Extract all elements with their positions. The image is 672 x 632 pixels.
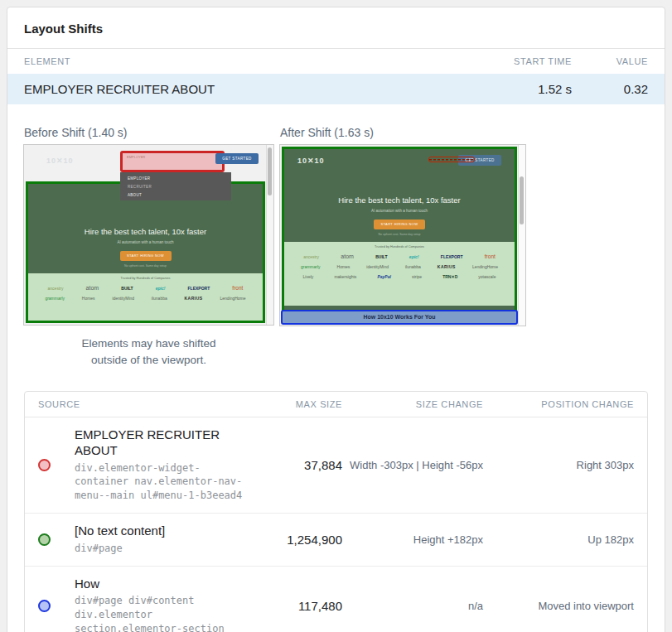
marker-blue-circle-icon	[38, 600, 51, 612]
hero-subtitle: AI automation with a human touch	[284, 209, 515, 213]
brand-logo: KARIUS	[438, 264, 456, 269]
site-logo: 10✕10	[297, 157, 325, 165]
scrollbar-thumb	[520, 176, 524, 224]
source-row: How div#page div#content div.elementor s…	[25, 566, 647, 632]
max-size-value: 37,884	[244, 458, 342, 472]
source-selector: div#page	[75, 542, 244, 556]
source-selector: div#page div#content div.elementor secti…	[75, 594, 244, 632]
shift-row-selected[interactable]: EMPLOYER RECRUITER ABOUT 1.52 s 0.32	[7, 74, 665, 104]
brand-logo: atom	[341, 253, 354, 259]
brand-logo: grammarly	[45, 296, 65, 301]
logo-row: ancestry atom BUILT epic! FLEXPORT front	[28, 285, 263, 291]
brand-logo: identityMind	[366, 264, 389, 269]
column-header-size-change: SIZE CHANGE	[342, 399, 483, 409]
hero-cta-button: START HIRING NOW	[120, 251, 172, 261]
menu-item: RECRUITER	[120, 182, 231, 191]
source-selector: div.elementor-widget-container nav.eleme…	[75, 461, 244, 503]
shift-highlight-green-region: Hire the best tech talent, 10x faster AI…	[26, 181, 265, 323]
column-header-source: SOURCE	[38, 399, 244, 409]
brand-logo: yotascale	[478, 274, 496, 279]
marker-green-circle-icon	[38, 533, 51, 546]
shift-element-name: EMPLOYER RECRUITER ABOUT	[24, 82, 489, 96]
logo-row: ancestry atom BUILT epic! FLEXPORT front	[284, 253, 515, 259]
brand-logo: front	[485, 253, 496, 259]
brand-logo: FLEXPORT	[188, 286, 210, 291]
menu-item: EMPLOYER	[120, 174, 231, 182]
shift-start-time: 1.52 s	[489, 82, 572, 96]
site-nav-dropdown: EMPLOYER RECRUITER ABOUT	[120, 172, 231, 200]
brand-logo: PayPal	[377, 274, 390, 279]
hero-title: Hire the best tech talent, 10x faster	[284, 195, 515, 205]
size-change-value: Height +182px	[342, 533, 483, 546]
shifted-menu-text: EMPLOYER	[127, 155, 145, 159]
brand-logo: ilunabba	[405, 264, 421, 269]
source-element-text: How	[75, 577, 244, 592]
column-header-start-time: START TIME	[489, 56, 572, 66]
shift-highlight-green-region: 10✕10 GET STARTED Hire the best tech tal…	[282, 147, 517, 324]
marker-red-circle-icon	[38, 459, 51, 471]
before-after-comparison: Before Shift (1.40 s) 10✕10 EMPLOYER GET…	[7, 104, 665, 368]
logo-row: Lively makersights PayPal stripe TRN✕D y…	[284, 274, 515, 279]
brand-logo: front	[232, 285, 243, 291]
scrollbar-thumb	[268, 147, 272, 195]
trusted-line: Trusted by Hundreds of Companies	[28, 277, 263, 280]
brand-logo: FLEXPORT	[441, 254, 463, 259]
brand-logo: epic!	[409, 254, 419, 259]
shift-table-header: ELEMENT START TIME VALUE	[7, 49, 665, 74]
brand-logo: epic!	[156, 286, 166, 291]
size-change-value: n/a	[342, 600, 483, 612]
get-started-button: GET STARTED	[215, 153, 259, 164]
source-cell: EMPLOYER RECRUITER ABOUT div.elementor-w…	[75, 427, 244, 503]
source-element-text: EMPLOYER RECRUITER ABOUT	[75, 427, 244, 459]
brand-logo: atom	[86, 285, 99, 291]
brand-logo: ancestry	[303, 254, 319, 259]
brand-logo: Homes	[82, 296, 95, 301]
brand-logo: stripe	[412, 274, 422, 279]
hero-cta-button: START HIRING NOW	[374, 220, 425, 229]
menu-item: ABOUT	[120, 191, 231, 199]
max-size-value: 1,254,900	[244, 533, 342, 547]
before-shift-screenshot: 10✕10 EMPLOYER GET STARTED EMPLOYER RECR…	[23, 144, 274, 326]
source-cell: How div#page div#content div.elementor s…	[75, 577, 244, 632]
source-element-text: [No text content]	[75, 523, 244, 539]
brand-logo: BUILT	[121, 286, 133, 291]
brand-logo: TRN✕D	[442, 274, 457, 279]
hero-subtitle: AI automation with a human touch	[28, 240, 263, 244]
after-shift-screenshot: 10✕10 GET STARTED Hire the best tech tal…	[279, 144, 526, 326]
size-change-value: Width -303px | Height -56px	[342, 459, 483, 471]
shift-value: 0.32	[572, 82, 648, 96]
page-title: Layout Shifts	[7, 7, 665, 49]
before-shift-column: Before Shift (1.40 s) 10✕10 EMPLOYER GET…	[23, 126, 274, 368]
sources-table-header: SOURCE MAX SIZE SIZE CHANGE POSITION CHA…	[25, 392, 647, 417]
trusted-logos-strip: Trusted by Hundreds of Companies ancestr…	[28, 273, 263, 321]
column-header-position-change: POSITION CHANGE	[483, 399, 634, 409]
column-header-max-size: MAX SIZE	[244, 399, 342, 409]
brand-logo: grammarly	[301, 264, 321, 269]
site-logo: 10✕10	[46, 157, 74, 165]
shift-highlight-red-box: EMPLOYER	[120, 151, 225, 172]
brand-logo: Lively	[303, 274, 314, 279]
position-change-value: Up 182px	[483, 533, 634, 546]
brand-logo: ilunabba	[152, 296, 167, 301]
after-shift-column: After Shift (1.63 s) 10✕10 GET STARTED H…	[279, 126, 526, 368]
before-shift-label: Before Shift (1.40 s)	[24, 126, 274, 139]
trusted-line: Trusted by Hundreds of Companies	[284, 245, 515, 248]
hero-note: No upfront cost. Same day setup	[28, 264, 263, 268]
brand-logo: BUILT	[375, 254, 387, 259]
after-shift-label: After Shift (1.63 s)	[280, 126, 526, 139]
source-row: [No text content] div#page 1,254,900 Hei…	[25, 513, 647, 566]
trusted-logos-strip: Trusted by Hundreds of Companies ancestr…	[284, 242, 515, 306]
brand-logo: ancestry	[48, 286, 64, 291]
brand-logo: LendingHome	[220, 296, 245, 301]
column-header-element: ELEMENT	[24, 56, 489, 66]
brand-logo: LendingHome	[472, 264, 498, 269]
hero-title: Hire the best tech talent, 10x faster	[28, 227, 263, 236]
source-cell: [No text content] div#page	[75, 523, 244, 556]
max-size-value: 117,480	[244, 599, 342, 613]
brand-logo: identityMind	[112, 296, 134, 301]
layout-shifts-card: Layout Shifts ELEMENT START TIME VALUE E…	[7, 7, 665, 632]
hero-note: No upfront cost. Same day setup	[284, 233, 515, 236]
logo-row: grammarly Homes identityMind ilunabba KA…	[28, 296, 263, 301]
screenshot-scrollbar	[266, 145, 273, 325]
brand-logo: Homes	[337, 264, 351, 269]
